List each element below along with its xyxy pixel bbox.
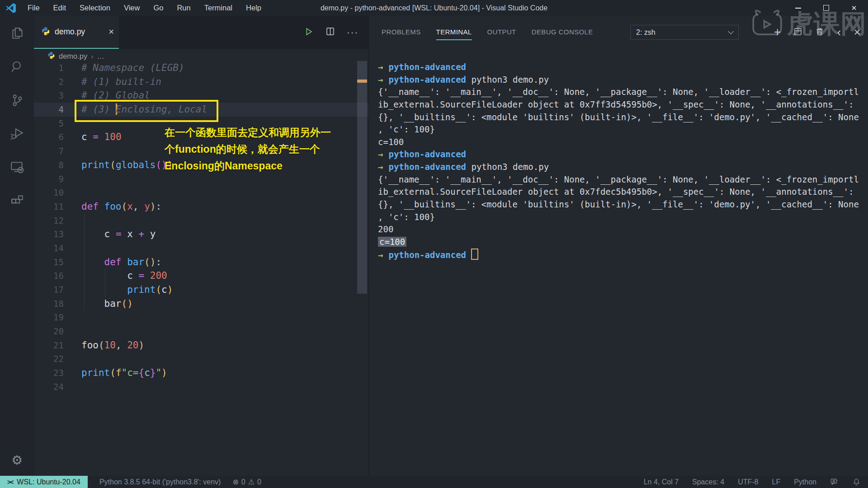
notifications-bell-icon[interactable] (852, 478, 861, 486)
terminal-line: {}, '__builtins__': <module 'builtins' (… (378, 198, 864, 211)
panel-tab-debug-console[interactable]: DEBUG CONSOLE (532, 28, 593, 37)
panel-tab-output[interactable]: OUTPUT (487, 28, 516, 37)
minimize-icon[interactable] (784, 0, 812, 16)
status-item-ln-4-col-7[interactable]: Ln 4, Col 7 (644, 478, 679, 486)
status-item-spaces-4[interactable]: Spaces: 4 (692, 478, 724, 486)
status-item-lf[interactable]: LF (772, 478, 781, 486)
terminal-line: →python-advanced (378, 249, 864, 261)
code-line-16[interactable]: 16 c = 200 (34, 269, 368, 283)
annotation-highlight-box (75, 100, 218, 122)
annotation-line: 个function的时候，就会产生一个 (165, 141, 331, 158)
run-debug-icon[interactable] (9, 126, 25, 141)
errors-count: 0 (241, 478, 245, 486)
kill-terminal-trash-icon[interactable] (815, 27, 824, 38)
breadcrumb-more[interactable]: … (97, 52, 104, 61)
menu-run[interactable]: Run (170, 0, 197, 16)
chevron-down-icon (728, 28, 734, 34)
remote-icon: >< (7, 479, 13, 486)
menu-go[interactable]: Go (146, 0, 170, 16)
menu-edit[interactable]: Edit (47, 0, 73, 16)
line-number: 1 (34, 61, 64, 75)
code-line-22[interactable]: 22 (34, 352, 368, 366)
activity-bar: ⚙ (0, 16, 34, 476)
terminal-panel: PROBLEMSTERMINALOUTPUTDEBUG CONSOLE 2: z… (368, 16, 868, 476)
menu-file[interactable]: File (21, 0, 47, 16)
tab-close-icon[interactable]: ✕ (108, 28, 114, 36)
maximize-icon[interactable] (812, 0, 840, 16)
remote-explorer-icon[interactable] (9, 160, 25, 175)
code-line-10[interactable]: 10 (34, 186, 368, 200)
code-line-18[interactable]: 18 bar() (34, 297, 368, 311)
terminal-line: {'__name__': '__main__', '__doc__': None… (378, 174, 864, 186)
menu-terminal[interactable]: Terminal (198, 0, 239, 16)
line-number: 2 (34, 75, 64, 89)
prompt-arrow-icon: → (378, 250, 383, 260)
run-file-icon[interactable] (304, 27, 314, 38)
python-file-icon (47, 52, 55, 61)
extensions-icon[interactable] (9, 193, 25, 208)
terminal-line: c=100 (378, 236, 864, 249)
search-icon[interactable] (9, 59, 25, 75)
terminal-line: , 'c': 100} (378, 123, 864, 136)
code-line-14[interactable]: 14 (34, 241, 368, 255)
code-line-11[interactable]: 11def foo(x, y): (34, 200, 368, 214)
breadcrumb-file[interactable]: demo.py (59, 52, 87, 61)
terminal-output[interactable]: →python-advanced→python-advanced python3… (378, 61, 864, 261)
editor-actions: ··· (304, 16, 359, 49)
line-number: 23 (34, 366, 64, 380)
problems-status[interactable]: ⊗ 0 ⚠ 0 (232, 478, 261, 486)
code-line-13[interactable]: 13 c = x + y (34, 227, 368, 241)
code-line-24[interactable]: 24 (34, 380, 368, 394)
status-item-utf-8[interactable]: UTF-8 (738, 478, 758, 486)
tab-demo-py[interactable]: demo.py ✕ (34, 16, 119, 49)
code-line-20[interactable]: 20 (34, 324, 368, 338)
terminal-line: →python-advanced (378, 148, 864, 161)
code-line-21[interactable]: 21foo(10, 20) (34, 338, 368, 352)
vscode-logo-icon (5, 3, 16, 14)
menu-view[interactable]: View (117, 0, 146, 16)
panel-tab-terminal[interactable]: TERMINAL (436, 28, 472, 40)
code-line-17[interactable]: 17 print(c) (34, 283, 368, 297)
panel-tabs: PROBLEMSTERMINALOUTPUTDEBUG CONSOLE (382, 28, 593, 37)
code-line-2[interactable]: 2# (1) built-in (34, 75, 368, 89)
chevron-right-icon: › (91, 52, 93, 60)
menu-bar: FileEditSelectionViewGoRunTerminalHelp (21, 0, 268, 16)
code-line-12[interactable]: 12 (34, 214, 368, 228)
menu-selection[interactable]: Selection (73, 0, 117, 16)
previous-terminal-icon[interactable]: ‹ (837, 25, 841, 39)
warnings-count: 0 (257, 478, 261, 486)
annotation-line: Enclosing的Namespace (165, 158, 331, 174)
source-control-icon[interactable] (9, 93, 25, 108)
code-line-23[interactable]: 23print(f"c={c}") (34, 366, 368, 380)
split-terminal-icon[interactable] (793, 27, 802, 38)
line-number: 4 (34, 103, 64, 117)
terminal-shell-select[interactable]: 2: zsh (630, 25, 739, 40)
status-item-python[interactable]: Python (794, 478, 816, 486)
line-number: 5 (34, 117, 64, 131)
close-window-icon[interactable]: ✕ (840, 0, 868, 16)
explorer-icon[interactable] (9, 26, 25, 41)
prompt-host: python-advanced (388, 250, 466, 260)
line-number: 22 (34, 352, 64, 366)
prompt-host: python-advanced (388, 162, 466, 172)
terminal-line: →python-advanced python3 demo.py (378, 74, 864, 86)
prompt-host: python-advanced (388, 149, 466, 159)
close-panel-icon[interactable]: ✕ (854, 27, 861, 38)
prompt-host: python-advanced (388, 62, 466, 72)
feedback-icon[interactable] (830, 478, 839, 486)
menu-help[interactable]: Help (239, 0, 268, 16)
code-line-19[interactable]: 19 (34, 310, 368, 324)
panel-header: PROBLEMSTERMINALOUTPUTDEBUG CONSOLE 2: z… (369, 16, 868, 49)
settings-gear-icon[interactable]: ⚙ (0, 453, 34, 468)
code-line-1[interactable]: 1# Namespace (LEGB) (34, 61, 368, 75)
more-actions-icon[interactable]: ··· (347, 27, 359, 38)
new-terminal-icon[interactable]: + (774, 26, 781, 38)
line-number: 15 (34, 255, 64, 269)
python-interpreter[interactable]: Python 3.8.5 64-bit ('python3.8': venv) (99, 478, 221, 486)
editor-scrollbar[interactable] (357, 61, 367, 294)
split-editor-icon[interactable] (326, 27, 335, 38)
warnings-icon: ⚠ (248, 478, 255, 486)
remote-indicator[interactable]: >< WSL: Ubuntu-20.04 (0, 476, 88, 488)
code-line-15[interactable]: 15 def bar(): (34, 255, 368, 269)
panel-tab-problems[interactable]: PROBLEMS (382, 28, 421, 37)
